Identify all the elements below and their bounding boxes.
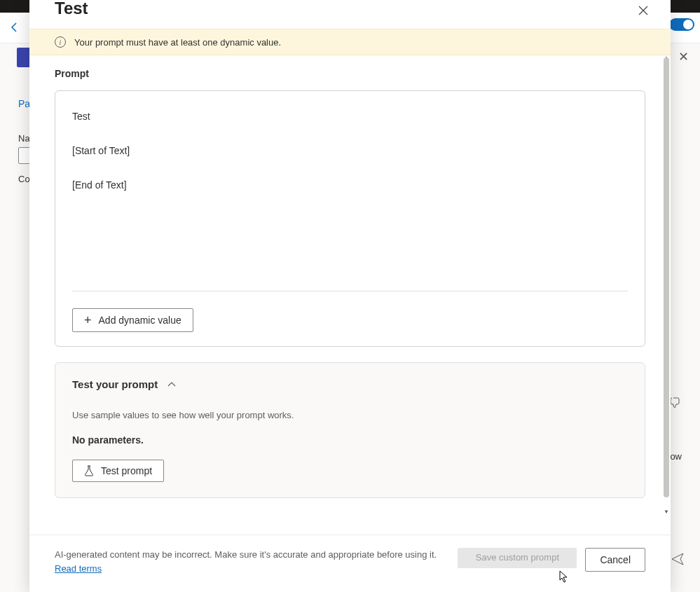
modal-body: Prompt Test [Start of Text] [End of Text…: [29, 55, 671, 535]
modal-header: Test: [29, 0, 671, 29]
bg-tab[interactable]: Pa: [18, 98, 30, 109]
cancel-button[interactable]: Cancel: [585, 548, 645, 572]
send-icon[interactable]: [671, 552, 685, 570]
prompt-line: [Start of Text]: [72, 144, 628, 158]
warning-banner: i Your prompt must have at least one dyn…: [29, 29, 671, 55]
plus-icon: +: [84, 314, 92, 326]
close-button[interactable]: [636, 1, 651, 22]
disclaimer-text: AI-generated content may be incorrect. M…: [55, 549, 437, 560]
read-terms-link[interactable]: Read terms: [55, 563, 102, 574]
footer-buttons: Save custom prompt Cancel: [458, 548, 645, 572]
prompt-modal: Test i Your prompt must have at least on…: [29, 0, 671, 592]
prompt-section-label: Prompt: [55, 68, 645, 79]
chevron-up-icon: [167, 380, 176, 390]
no-parameters-label: No parameters.: [72, 434, 628, 446]
back-arrow-icon[interactable]: [8, 21, 21, 37]
close-icon: [638, 6, 648, 15]
info-icon: i: [55, 36, 66, 48]
add-dynamic-value-button[interactable]: + Add dynamic value: [72, 308, 193, 332]
test-prompt-button[interactable]: Test prompt: [72, 460, 164, 482]
modal-footer: AI-generated content may be incorrect. M…: [29, 535, 671, 592]
test-section-header[interactable]: Test your prompt: [72, 378, 628, 390]
bg-toggle[interactable]: [669, 18, 694, 31]
test-prompt-label: Test prompt: [101, 465, 152, 476]
bg-name-label: Na: [18, 133, 30, 144]
flask-icon: [84, 465, 94, 476]
footer-disclaimer: AI-generated content may be incorrect. M…: [55, 548, 444, 575]
bg-close-icon[interactable]: ✕: [678, 49, 689, 64]
bg-co-label: Co: [18, 174, 30, 184]
save-custom-prompt-button: Save custom prompt: [458, 548, 577, 568]
test-section-title: Test your prompt: [72, 378, 158, 390]
modal-title: Test: [55, 0, 88, 18]
test-hint: Use sample values to see how well your p…: [72, 410, 628, 420]
warning-text: Your prompt must have at least one dynam…: [74, 37, 281, 48]
prompt-line: Test: [72, 109, 628, 124]
test-prompt-section: Test your prompt Use sample values to se…: [55, 362, 645, 498]
prompt-box: Test [Start of Text] [End of Text] + Add…: [55, 90, 645, 347]
prompt-text-area[interactable]: Test [Start of Text] [End of Text]: [72, 109, 628, 291]
add-dynamic-label: Add dynamic value: [99, 315, 181, 326]
thumbs-down-icon[interactable]: [669, 397, 682, 413]
prompt-line: [End of Text]: [72, 178, 628, 193]
